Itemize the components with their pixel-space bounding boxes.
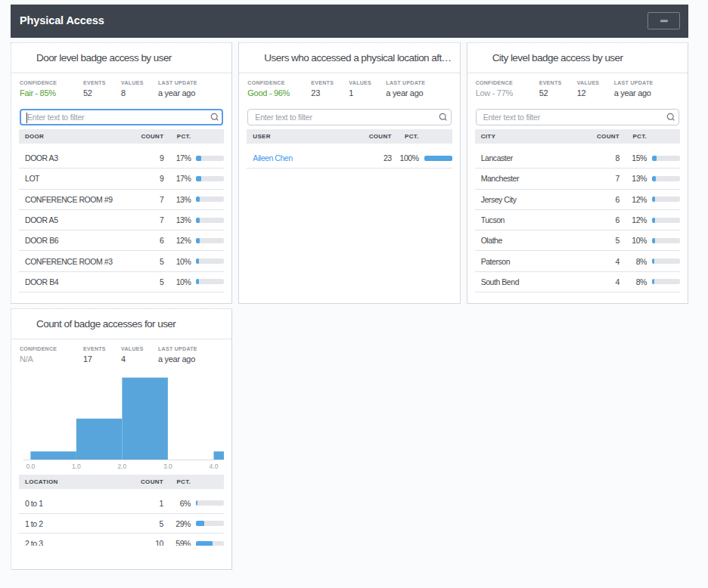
svg-text:3.0: 3.0	[163, 463, 172, 470]
svg-text:1.0: 1.0	[72, 463, 81, 470]
svg-text:4.0: 4.0	[210, 463, 219, 470]
svg-text:2.0: 2.0	[117, 463, 126, 470]
svg-text:0.0: 0.0	[26, 463, 35, 470]
